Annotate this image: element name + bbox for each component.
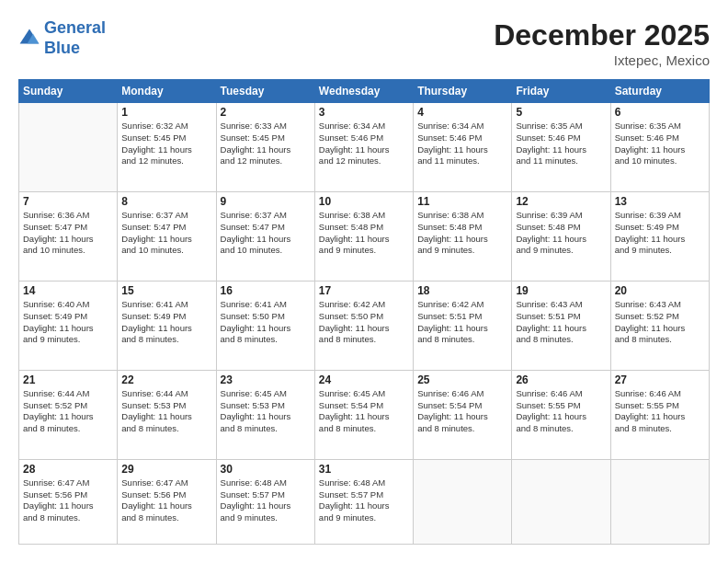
day-number: 12 [516, 195, 606, 208]
calendar-table: SundayMondayTuesdayWednesdayThursdayFrid… [18, 79, 710, 545]
day-number: 30 [221, 463, 311, 476]
calendar-cell: 28Sunrise: 6:47 AMSunset: 5:56 PMDayligh… [19, 459, 118, 544]
calendar-cell: 11Sunrise: 6:38 AMSunset: 5:48 PMDayligh… [414, 191, 512, 281]
day-info: Sunrise: 6:35 AMSunset: 5:46 PMDaylight:… [615, 121, 705, 167]
calendar-cell: 27Sunrise: 6:46 AMSunset: 5:55 PMDayligh… [610, 370, 709, 459]
calendar-cell: 21Sunrise: 6:44 AMSunset: 5:52 PMDayligh… [19, 370, 118, 459]
day-info: Sunrise: 6:36 AMSunset: 5:47 PMDaylight:… [23, 210, 113, 257]
day-number: 5 [516, 106, 606, 119]
day-number: 14 [23, 284, 113, 297]
day-number: 11 [417, 195, 507, 208]
day-number: 25 [417, 373, 507, 386]
calendar-cell: 25Sunrise: 6:46 AMSunset: 5:54 PMDayligh… [414, 370, 512, 459]
calendar-week-4: 21Sunrise: 6:44 AMSunset: 5:52 PMDayligh… [19, 370, 710, 459]
day-info: Sunrise: 6:43 AMSunset: 5:51 PMDaylight:… [516, 299, 606, 346]
day-number: 8 [121, 195, 211, 208]
calendar-cell: 6Sunrise: 6:35 AMSunset: 5:46 PMDaylight… [610, 103, 709, 192]
logo: General Blue [18, 18, 106, 58]
day-number: 22 [121, 373, 211, 386]
day-number: 20 [615, 284, 705, 297]
day-number: 29 [121, 463, 211, 476]
calendar-cell [512, 459, 610, 544]
day-info: Sunrise: 6:48 AMSunset: 5:57 PMDaylight:… [221, 477, 311, 524]
calendar-cell: 26Sunrise: 6:46 AMSunset: 5:55 PMDayligh… [512, 370, 610, 459]
day-info: Sunrise: 6:41 AMSunset: 5:49 PMDaylight:… [121, 299, 211, 346]
day-number: 17 [319, 284, 409, 297]
day-info: Sunrise: 6:48 AMSunset: 5:57 PMDaylight:… [319, 477, 409, 524]
day-number: 1 [121, 106, 211, 119]
day-header-wednesday: Wednesday [314, 80, 413, 103]
day-info: Sunrise: 6:46 AMSunset: 5:55 PMDaylight:… [615, 388, 705, 435]
calendar-week-3: 14Sunrise: 6:40 AMSunset: 5:49 PMDayligh… [19, 281, 710, 370]
day-info: Sunrise: 6:39 AMSunset: 5:48 PMDaylight:… [516, 210, 606, 257]
day-number: 18 [417, 284, 507, 297]
calendar-cell: 13Sunrise: 6:39 AMSunset: 5:49 PMDayligh… [610, 191, 709, 281]
day-info: Sunrise: 6:46 AMSunset: 5:55 PMDaylight:… [516, 388, 606, 435]
calendar-cell: 24Sunrise: 6:45 AMSunset: 5:54 PMDayligh… [314, 370, 413, 459]
calendar-cell [610, 459, 709, 544]
calendar-cell: 19Sunrise: 6:43 AMSunset: 5:51 PMDayligh… [512, 281, 610, 370]
page: General Blue December 2025 Ixtepec, Mexi… [0, 0, 728, 563]
day-info: Sunrise: 6:45 AMSunset: 5:53 PMDaylight:… [221, 388, 311, 435]
calendar-week-2: 7Sunrise: 6:36 AMSunset: 5:47 PMDaylight… [19, 191, 710, 281]
day-info: Sunrise: 6:45 AMSunset: 5:54 PMDaylight:… [319, 388, 409, 435]
day-number: 4 [417, 106, 507, 119]
day-number: 2 [221, 106, 311, 119]
day-number: 16 [221, 284, 311, 297]
day-number: 10 [319, 195, 409, 208]
day-number: 24 [319, 373, 409, 386]
day-number: 3 [319, 106, 409, 119]
calendar-header-row: SundayMondayTuesdayWednesdayThursdayFrid… [19, 80, 710, 103]
calendar-cell: 18Sunrise: 6:42 AMSunset: 5:51 PMDayligh… [414, 281, 512, 370]
calendar-cell: 10Sunrise: 6:38 AMSunset: 5:48 PMDayligh… [314, 191, 413, 281]
day-number: 27 [615, 373, 705, 386]
day-header-friday: Friday [512, 80, 610, 103]
day-number: 9 [221, 195, 311, 208]
calendar-cell: 9Sunrise: 6:37 AMSunset: 5:47 PMDaylight… [216, 191, 314, 281]
day-number: 23 [221, 373, 311, 386]
day-info: Sunrise: 6:42 AMSunset: 5:51 PMDaylight:… [417, 299, 507, 346]
calendar-cell: 3Sunrise: 6:34 AMSunset: 5:46 PMDaylight… [314, 103, 413, 192]
calendar-cell: 23Sunrise: 6:45 AMSunset: 5:53 PMDayligh… [216, 370, 314, 459]
title-block: December 2025 Ixtepec, Mexico [494, 18, 710, 68]
calendar-week-5: 28Sunrise: 6:47 AMSunset: 5:56 PMDayligh… [19, 459, 710, 544]
calendar-cell: 1Sunrise: 6:32 AMSunset: 5:45 PMDaylight… [118, 103, 216, 192]
day-number: 26 [516, 373, 606, 386]
calendar-cell: 12Sunrise: 6:39 AMSunset: 5:48 PMDayligh… [512, 191, 610, 281]
day-info: Sunrise: 6:47 AMSunset: 5:56 PMDaylight:… [23, 477, 113, 524]
day-info: Sunrise: 6:38 AMSunset: 5:48 PMDaylight:… [417, 210, 507, 257]
day-info: Sunrise: 6:41 AMSunset: 5:50 PMDaylight:… [221, 299, 311, 346]
calendar-cell: 31Sunrise: 6:48 AMSunset: 5:57 PMDayligh… [314, 459, 413, 544]
day-info: Sunrise: 6:38 AMSunset: 5:48 PMDaylight:… [319, 210, 409, 257]
day-number: 19 [516, 284, 606, 297]
day-info: Sunrise: 6:39 AMSunset: 5:49 PMDaylight:… [615, 210, 705, 257]
calendar-cell: 14Sunrise: 6:40 AMSunset: 5:49 PMDayligh… [19, 281, 118, 370]
day-info: Sunrise: 6:37 AMSunset: 5:47 PMDaylight:… [221, 210, 311, 257]
day-header-thursday: Thursday [414, 80, 512, 103]
day-info: Sunrise: 6:46 AMSunset: 5:54 PMDaylight:… [417, 388, 507, 435]
day-info: Sunrise: 6:44 AMSunset: 5:52 PMDaylight:… [23, 388, 113, 435]
calendar-cell: 16Sunrise: 6:41 AMSunset: 5:50 PMDayligh… [216, 281, 314, 370]
day-info: Sunrise: 6:42 AMSunset: 5:50 PMDaylight:… [319, 299, 409, 346]
day-header-tuesday: Tuesday [216, 80, 314, 103]
calendar-cell: 8Sunrise: 6:37 AMSunset: 5:47 PMDaylight… [118, 191, 216, 281]
calendar-cell: 20Sunrise: 6:43 AMSunset: 5:52 PMDayligh… [610, 281, 709, 370]
day-number: 21 [23, 373, 113, 386]
calendar-cell: 7Sunrise: 6:36 AMSunset: 5:47 PMDaylight… [19, 191, 118, 281]
day-info: Sunrise: 6:37 AMSunset: 5:47 PMDaylight:… [121, 210, 211, 257]
day-info: Sunrise: 6:43 AMSunset: 5:52 PMDaylight:… [615, 299, 705, 346]
calendar-cell: 30Sunrise: 6:48 AMSunset: 5:57 PMDayligh… [216, 459, 314, 544]
day-info: Sunrise: 6:34 AMSunset: 5:46 PMDaylight:… [319, 121, 409, 167]
calendar-cell: 22Sunrise: 6:44 AMSunset: 5:53 PMDayligh… [118, 370, 216, 459]
day-info: Sunrise: 6:40 AMSunset: 5:49 PMDaylight:… [23, 299, 113, 346]
day-header-monday: Monday [118, 80, 216, 103]
day-number: 31 [319, 463, 409, 476]
calendar-week-1: 1Sunrise: 6:32 AMSunset: 5:45 PMDaylight… [19, 103, 710, 192]
calendar-cell: 29Sunrise: 6:47 AMSunset: 5:56 PMDayligh… [118, 459, 216, 544]
calendar-cell: 2Sunrise: 6:33 AMSunset: 5:45 PMDaylight… [216, 103, 314, 192]
day-number: 28 [23, 463, 113, 476]
day-number: 13 [615, 195, 705, 208]
day-header-saturday: Saturday [610, 80, 709, 103]
calendar-cell: 5Sunrise: 6:35 AMSunset: 5:46 PMDaylight… [512, 103, 610, 192]
logo-icon [18, 28, 40, 50]
